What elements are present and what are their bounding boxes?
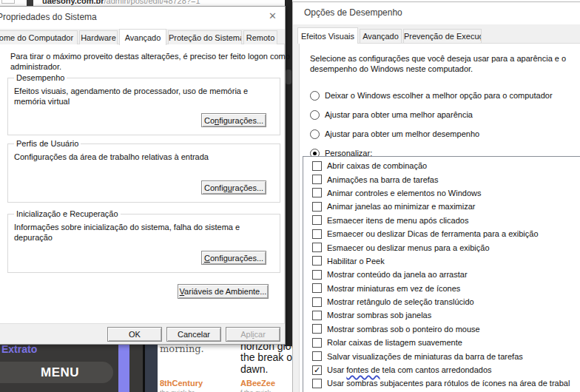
radio-label: Ajustar para obter uma melhor aparência <box>325 110 473 119</box>
button-label: Co <box>204 116 215 125</box>
checkbox-label: Animar controles e elementos no Windows <box>327 189 481 197</box>
tab-avancado[interactable]: Avançado <box>119 29 166 45</box>
tab-prevencao-de-execucao-de-dados[interactable]: Prevenção de Execução de Dados <box>403 29 482 43</box>
checkbox[interactable] <box>312 243 322 252</box>
screen: uaesony.com.br/admin/post/edit/48728?=1 … <box>0 0 580 392</box>
checkbox-row-mostrar-conteudo-da-janela-ao-arrastar[interactable]: Mostrar conteúdo da janela ao arrastar <box>303 268 580 281</box>
tab-strip: Nome do ComputadorHardwareAvançadoProteç… <box>0 29 279 44</box>
advanced-tab-page: Para tirar o máximo proveito destas alte… <box>0 44 285 325</box>
visual-effects-checklist[interactable]: Abrir caixas de combinaçãoAnimações na b… <box>303 156 580 392</box>
cancel-button[interactable]: Cancelar <box>166 327 221 342</box>
checkbox[interactable] <box>312 202 322 212</box>
tab-avancado[interactable]: Avançado <box>360 29 402 43</box>
checkbox[interactable] <box>312 351 322 361</box>
checkbox[interactable] <box>312 175 322 184</box>
font-name-link[interactable]: 8thCentury <box>160 379 203 388</box>
radio-icon[interactable] <box>310 91 320 101</box>
checkbox-label: Esmaecer ou deslizar menus para a exibiç… <box>327 243 490 252</box>
squiggle-annotated-text: fontes de <box>346 365 380 374</box>
checkbox[interactable] <box>312 338 322 348</box>
tab-efeitos-visuais[interactable]: Efeitos Visuais <box>297 27 358 44</box>
font-preview-panel: morning. 8thCentury the quick br horizon… <box>158 345 294 392</box>
checkbox-row-mostrar-retangulo-de-selecao-translucido[interactable]: Mostrar retângulo de seleção translúcido <box>303 295 580 308</box>
visual-effects-tab-page: Selecione as configurações que você dese… <box>299 43 580 392</box>
checkbox[interactable] <box>312 283 322 293</box>
checkbox-row-mostrar-sombras-sob-janelas[interactable]: Mostrar sombras sob janelas <box>303 308 580 322</box>
menu-button[interactable]: MENU <box>0 362 113 383</box>
checkbox-row-abrir-caixas-de-combinacao[interactable]: Abrir caixas de combinação <box>303 159 580 172</box>
group-label: Desempenho <box>14 73 67 82</box>
checkbox-row-animar-janelas-ao-minimizar-e-maximizar[interactable]: Animar janelas ao minimizar e maximizar <box>303 200 580 213</box>
checkbox-row-mostrar-miniaturas-em-vez-de-icones[interactable]: Mostrar miniaturas em vez de ícones <box>303 282 580 295</box>
checkbox-row-habilitar-o-peek[interactable]: Habilitar o Peek <box>303 254 580 268</box>
startup-recovery-settings-button[interactable]: Configurações... <box>201 251 266 265</box>
checkbox[interactable] <box>312 379 322 388</box>
title-bar[interactable]: Opções de Desempenho <box>293 2 580 24</box>
button-label: Cancelar <box>178 330 210 339</box>
checkbox[interactable] <box>312 215 322 225</box>
tab-hardware[interactable]: Hardware <box>79 30 118 44</box>
button-label: C <box>204 254 210 263</box>
favicon-icon <box>27 0 33 6</box>
tab-remoto[interactable]: Remoto <box>243 30 277 44</box>
checkbox-row-esmaecer-itens-de-menu-apos-clicados[interactable]: Esmaecer itens de menu após clicados <box>303 214 580 227</box>
checkbox-row-mostrar-sombras-sob-o-ponteiro-do-mouse[interactable]: Mostrar sombras sob o ponteiro do mouse <box>303 322 580 336</box>
checkbox-row-rolar-caixas-de-listagem-suavemente[interactable]: Rolar caixas de listagem suavemente <box>303 336 580 349</box>
radio-group: Deixar o Windows escolher a melhor opção… <box>310 88 553 165</box>
checkbox-label: Esmaecer itens de menu após clicados <box>327 216 468 225</box>
checkbox[interactable] <box>312 229 322 239</box>
radio-icon[interactable] <box>310 110 320 120</box>
checkbox-row-salvar-visualizacoes-de-miniaturas-da-barra-de-tarefas[interactable]: Salvar visualizações de miniaturas da ba… <box>303 349 580 362</box>
checkbox[interactable] <box>312 324 322 334</box>
group-text-line: Informações sobre inicialização do siste… <box>14 222 240 232</box>
url-path: /admin/post/edit/48728?=1 <box>104 0 200 5</box>
intro-line: Para tirar o máximo proveito destas alte… <box>10 51 290 61</box>
user-profiles-settings-button[interactable]: Configurações... <box>201 180 266 195</box>
checkbox[interactable] <box>312 188 322 197</box>
checkbox-row-esmaecer-ou-deslizar-menus-para-a-exibicao[interactable]: Esmaecer ou deslizar menus para a exibiç… <box>303 240 580 254</box>
checkbox-row-usar-fontes-de[interactable]: ✓Usar fontes de tela com cantos arredond… <box>303 363 580 376</box>
navy-panel-strip <box>145 345 158 392</box>
font-card: horizon glow the break of dawn. ABeeZee … <box>240 345 294 392</box>
checkbox[interactable] <box>312 161 322 171</box>
close-icon[interactable]: ✕ <box>269 10 277 21</box>
checkbox[interactable] <box>312 256 322 266</box>
font-sample-text: dawn. <box>240 363 268 375</box>
label-part: Usar <box>327 365 346 374</box>
checkbox-label: Usar fontes de tela com cantos arredonda… <box>327 365 492 374</box>
intro-line: administrador. <box>10 61 290 72</box>
button-label: figurações... <box>219 116 263 125</box>
button-label: OK <box>129 330 141 339</box>
checkbox-row-esmaecer-ou-deslizar-dicas-de-ferramenta-para-a-exibicao[interactable]: Esmaecer ou deslizar Dicas de ferramenta… <box>303 227 580 240</box>
checkbox[interactable] <box>312 311 322 320</box>
radio-icon[interactable] <box>310 129 320 139</box>
scrollbar-fragment <box>286 70 291 84</box>
system-properties-dialog: Propriedades do Sistema ✕ Nome do Comput… <box>0 6 286 345</box>
checkbox[interactable] <box>312 297 322 307</box>
group-perfis-de-usuario: Perfis de Usuário Configurações da área … <box>7 143 280 203</box>
radio-option-deixar-o-windows-escolher-a-melhor-opcao-para-o-computador[interactable]: Deixar o Windows escolher a melhor opção… <box>310 88 553 103</box>
group-text-line: depuração <box>14 232 240 243</box>
performance-settings-button[interactable]: Configurações... <box>201 113 266 127</box>
intro-text: Para tirar o máximo proveito destas alte… <box>10 51 290 72</box>
radio-option-ajustar-para-obter-um-melhor-desempenho[interactable]: Ajustar para obter um melhor desempenho <box>310 126 553 141</box>
checkbox[interactable] <box>312 270 322 280</box>
tab-protecao-do-sistema[interactable]: Proteção do Sistema <box>168 30 242 44</box>
radio-option-ajustar-para-obter-uma-melhor-aparencia[interactable]: Ajustar para obter uma melhor aparência <box>310 107 553 122</box>
extrato-link[interactable]: Extrato <box>1 343 37 355</box>
checkbox-row-animacoes-na-barra-de-tarefas[interactable]: Animações na barra de tarefas <box>303 172 580 186</box>
environment-variables-button[interactable]: Variáveis de Ambiente... <box>178 284 269 299</box>
label-part: tela com cantos arredondados <box>380 365 492 374</box>
checkbox-row-usar-sombras-subjacentes-para-rotulos-de-icones-na-area-de-trabal[interactable]: Usar sombras subjacentes para rótulos de… <box>303 376 580 390</box>
font-name-link[interactable]: ABeeZee <box>240 379 275 388</box>
checkbox-label: Animações na barra de tarefas <box>327 175 438 184</box>
tab-nome-do-computador[interactable]: Nome do Computador <box>0 30 78 44</box>
checkbox-row-animar-controles-e-elementos-no-windows[interactable]: Animar controles e elementos no Windows <box>303 186 580 200</box>
dialog-title: Opções de Desempenho <box>304 7 402 18</box>
apply-button[interactable]: Aplicar <box>226 327 280 342</box>
tab-strip: Efeitos VisuaisAvançadoPrevenção de Exec… <box>297 27 483 43</box>
sample-text-fragment: f the quick <box>240 389 271 392</box>
ok-button[interactable]: OK <box>107 327 162 342</box>
title-bar[interactable]: Propriedades do Sistema ✕ <box>0 7 285 29</box>
checkbox[interactable]: ✓ <box>312 365 322 375</box>
